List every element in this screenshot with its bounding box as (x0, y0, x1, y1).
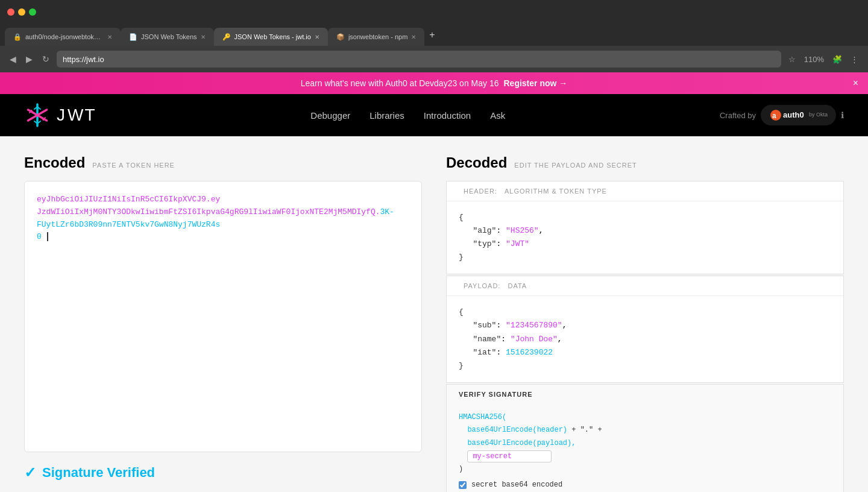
toolbar-icons: ☆ 110% 🧩 ⋮ (786, 52, 861, 66)
auth0-logo-icon: a auth0 (769, 109, 805, 122)
token-part1: eyJhbGciOiJIUzI1NiIsInR5cCI6IkpXVCJ9.eyJ… (37, 195, 380, 216)
back-button[interactable]: ◀ (7, 52, 19, 66)
info-icon[interactable]: ℹ (841, 110, 844, 120)
tab-title: auth0/node-jsonwebtoken: Jso... (25, 33, 104, 40)
secret-base64-label: secret base64 encoded (471, 479, 562, 492)
decoded-header: Decoded EDIT THE PAYLOAD AND SECRET (446, 154, 844, 171)
secret-input[interactable] (467, 450, 552, 462)
banner-link[interactable]: Register now → (503, 78, 567, 88)
payload-section-label: PAYLOAD: DATA (447, 276, 843, 296)
browser-tab[interactable]: 📄 JSON Web Tokens ✕ (121, 28, 214, 46)
reload-button[interactable]: ↻ (40, 52, 52, 66)
nav-link-debugger[interactable]: Debugger (310, 110, 350, 121)
encoded-title: Encoded (24, 154, 85, 171)
tab-title: JSON Web Tokens (141, 33, 197, 40)
tab-close-icon[interactable]: ✕ (201, 34, 206, 40)
encoded-subtitle: PASTE A TOKEN HERE (92, 162, 175, 169)
banner-text: Learn what's new with Auth0 at Devday23 … (301, 78, 499, 88)
browser-tab[interactable]: 🔒 auth0/node-jsonwebtoken: Jso... ✕ (5, 28, 121, 46)
verify-body: HMACSHA256( base64UrlEncode(header) + ".… (447, 404, 843, 492)
secret-base64-row: secret base64 encoded (459, 479, 831, 492)
header-json[interactable]: { "alg": "HS256", "typ": "JWT" } (447, 201, 843, 274)
nav-links: Debugger Libraries Introduction Ask (310, 110, 505, 121)
header-section-label: HEADER: ALGORITHM & TOKEN TYPE (447, 181, 843, 201)
payload-section: PAYLOAD: DATA { "sub": "1234567890", "na… (446, 276, 844, 382)
tab-favicon: 📄 (129, 33, 137, 41)
signature-verified: ✓ Signature Verified (24, 464, 422, 481)
auth0-sub-text: by Okta (809, 112, 828, 118)
browser-tab-active[interactable]: 🔑 JSON Web Tokens - jwt.io ✕ (214, 28, 328, 46)
cursor (42, 232, 48, 241)
verify-close: ) (459, 465, 463, 473)
encoded-token-area[interactable]: eyJhbGciOiJIUzI1NiIsInR5cCI6IkpXVCJ9.eyJ… (24, 181, 422, 452)
address-bar: ◀ ▶ ↻ ☆ 110% 🧩 ⋮ (0, 46, 868, 72)
tab-favicon: 🔑 (222, 33, 231, 41)
promo-banner: Learn what's new with Auth0 at Devday23 … (0, 72, 868, 94)
main-content: Encoded PASTE A TOKEN HERE eyJhbGciOiJIU… (0, 136, 868, 492)
title-bar (0, 0, 868, 24)
encoded-header: Encoded PASTE A TOKEN HERE (24, 154, 422, 171)
logo-text: JWT (57, 106, 96, 125)
close-button[interactable] (7, 8, 14, 16)
verify-label: VERIFY SIGNATURE (447, 385, 843, 404)
header-section: HEADER: ALGORITHM & TOKEN TYPE { "alg": … (446, 181, 844, 274)
forward-button[interactable]: ▶ (24, 52, 35, 66)
tab-title: jsonwebtoken - npm (348, 33, 407, 40)
verify-function: HMACSHA256( (459, 413, 506, 421)
bookmark-icon[interactable]: ☆ (786, 52, 798, 66)
page-content: Learn what's new with Auth0 at Devday23 … (0, 72, 868, 492)
verified-icon: ✓ (24, 464, 36, 481)
nav-link-ask[interactable]: Ask (490, 110, 505, 121)
tab-title: JSON Web Tokens - jwt.io (234, 33, 311, 40)
extensions-icon[interactable]: 🧩 (830, 52, 844, 66)
nav-link-introduction[interactable]: Introduction (424, 110, 471, 121)
verify-line1: base64UrlEncode(header) (467, 426, 567, 434)
tab-close-icon[interactable]: ✕ (411, 34, 416, 40)
verify-section: VERIFY SIGNATURE HMACSHA256( base64UrlEn… (446, 384, 844, 492)
nav-link-libraries[interactable]: Libraries (370, 110, 404, 121)
address-input[interactable] (57, 51, 781, 68)
browser-tab[interactable]: 📦 jsonwebtoken - npm ✕ (328, 28, 424, 46)
tab-favicon: 📦 (336, 33, 345, 41)
tab-favicon: 🔒 (13, 33, 22, 41)
verified-text: Signature Verified (42, 465, 155, 481)
browser-window: 🔒 auth0/node-jsonwebtoken: Jso... ✕ 📄 JS… (0, 0, 868, 492)
logo-icon (24, 102, 51, 128)
tabs-bar: 🔒 auth0/node-jsonwebtoken: Jso... ✕ 📄 JS… (0, 24, 868, 46)
svg-text:a: a (772, 112, 776, 120)
svg-text:auth0: auth0 (783, 110, 804, 119)
auth0-badge: a auth0 by Okta (761, 105, 836, 125)
new-tab-button[interactable]: + (424, 30, 439, 40)
crafted-by-text: Crafted by (720, 111, 756, 120)
maximize-button[interactable] (29, 8, 36, 16)
traffic-lights (7, 8, 36, 16)
tab-close-icon[interactable]: ✕ (315, 34, 319, 40)
banner-close-button[interactable]: × (853, 78, 858, 89)
decoded-panel: Decoded EDIT THE PAYLOAD AND SECRET HEAD… (446, 154, 844, 492)
main-nav: JWT Debugger Libraries Introduction Ask … (0, 94, 868, 136)
verify-line2: base64UrlEncode(payload), (467, 439, 576, 447)
encoded-panel: Encoded PASTE A TOKEN HERE eyJhbGciOiJIU… (24, 154, 422, 492)
nav-right: Crafted by a auth0 by Okta ℹ (720, 105, 844, 125)
payload-json[interactable]: { "sub": "1234567890", "name": "John Doe… (447, 296, 843, 382)
decoded-title: Decoded (446, 154, 507, 171)
zoom-level: 110% (802, 52, 826, 66)
logo: JWT (24, 102, 96, 128)
tab-close-icon[interactable]: ✕ (107, 34, 112, 40)
minimize-button[interactable] (18, 8, 25, 16)
menu-icon[interactable]: ⋮ (848, 52, 861, 66)
secret-base64-checkbox[interactable] (459, 481, 467, 489)
decoded-subtitle: EDIT THE PAYLOAD AND SECRET (514, 162, 637, 169)
